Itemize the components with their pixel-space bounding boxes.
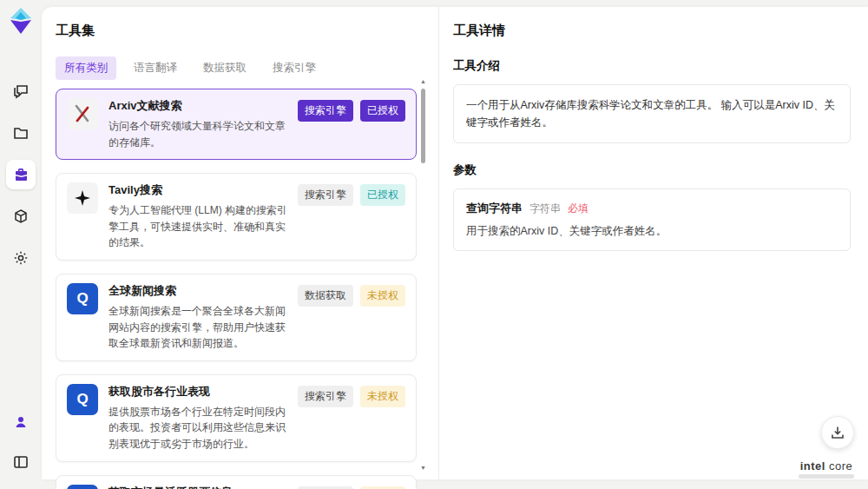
- scroll-up-icon[interactable]: ▲: [420, 78, 426, 84]
- tools-panel: 工具集 所有类别 语言翻译 数据获取 搜索引擎 A: [42, 7, 438, 479]
- download-icon: [830, 425, 845, 440]
- user-icon: [13, 414, 29, 430]
- sidebar-item-files[interactable]: [6, 118, 36, 148]
- param-type: 字符串: [529, 202, 561, 216]
- intel-core-badge: intel core: [799, 459, 854, 479]
- gear-icon: [12, 249, 30, 267]
- news-logo-icon: Q: [67, 485, 98, 489]
- param-required-badge: 必填: [568, 202, 589, 216]
- category-badge: 搜索引擎: [298, 386, 353, 407]
- sidebar-item-models[interactable]: [6, 202, 36, 231]
- intro-text: 一个用于从Arxiv存储库搜索科学论文和文章的工具。 输入可以是Arxiv ID…: [466, 96, 838, 131]
- scroll-down-icon[interactable]: ▼: [420, 465, 426, 471]
- tab-language-translation[interactable]: 语言翻译: [125, 56, 186, 80]
- cube-icon: [12, 208, 30, 225]
- panel-toggle-icon: [12, 453, 30, 471]
- param-name: 查询字符串: [466, 201, 523, 216]
- tool-name: Arxiv文献搜索: [108, 98, 287, 114]
- status-badge: 已授权: [360, 184, 405, 206]
- status-badge: 未授权: [360, 386, 405, 407]
- toolbox-icon: [12, 166, 30, 183]
- left-sidebar: [0, 0, 42, 489]
- category-badge: 搜索引擎: [298, 184, 353, 206]
- list-scrollbar[interactable]: ▲ ▼: [420, 78, 426, 471]
- tool-description: 全球新闻搜索是一个聚合全球各大新闻网站内容的搜索引擎，帮助用户快速获取全球最新资…: [108, 303, 287, 352]
- tool-card-global-news[interactable]: Q 全球新闻搜索 全球新闻搜索是一个聚合全球各大新闻网站内容的搜索引擎，帮助用户…: [56, 274, 417, 361]
- category-badge: 搜索引擎: [298, 100, 353, 122]
- brand-intel: intel: [800, 459, 825, 472]
- page-title: 工具集: [56, 23, 438, 39]
- tool-list: Arxiv文献搜索 访问各个研究领域大量科学论文和文章的存储库。 搜索引擎 已授…: [56, 89, 417, 489]
- tool-description: 专为人工智能代理 (LLM) 构建的搜索引擎工具，可快速提供实时、准确和真实的结…: [108, 202, 287, 251]
- app-window: 工具集 所有类别 语言翻译 数据获取 搜索引擎 A: [0, 0, 868, 489]
- tab-search-engine[interactable]: 搜索引擎: [264, 56, 325, 80]
- scroll-thumb[interactable]: [421, 89, 425, 163]
- sidebar-item-settings[interactable]: [6, 243, 36, 273]
- sidebar-item-chat[interactable]: [6, 76, 36, 106]
- tool-card-tavily[interactable]: Tavily搜索 专为人工智能代理 (LLM) 构建的搜索引擎工具，可快速提供实…: [56, 173, 417, 261]
- intro-box: 一个用于从Arxiv存储库搜索科学论文和文章的工具。 输入可以是Arxiv ID…: [453, 84, 851, 143]
- tool-description: 提供股票市场各个行业在特定时间段内的表现。投资者可以利用这些信息来识别表现优于或…: [108, 404, 287, 453]
- tool-name: 获取市场最活跃股票信息: [108, 485, 287, 489]
- parameter-box: 查询字符串 字符串 必填 用于搜索的Arxiv ID、关键字或作者姓名。: [453, 188, 851, 251]
- main-panel: 工具集 所有类别 语言翻译 数据获取 搜索引擎 A: [42, 7, 868, 479]
- tool-name: 获取股市各行业表现: [108, 384, 287, 400]
- chat-icon: [12, 83, 30, 100]
- param-description: 用于搜索的Arxiv ID、关键字或作者姓名。: [466, 224, 838, 239]
- tool-card-arxiv[interactable]: Arxiv文献搜索 访问各个研究领域大量科学论文和文章的存储库。 搜索引擎 已授…: [56, 89, 417, 160]
- category-tabs: 所有类别 语言翻译 数据获取 搜索引擎: [56, 56, 438, 80]
- category-badge: 搜索引擎: [298, 486, 353, 489]
- tool-details-panel: 工具详情 工具介绍 一个用于从Arxiv存储库搜索科学论文和文章的工具。 输入可…: [438, 7, 868, 479]
- status-badge: 未授权: [360, 486, 405, 489]
- arxiv-logo-icon: [67, 98, 98, 129]
- sidebar-item-collapse[interactable]: [6, 447, 36, 477]
- download-button[interactable]: [821, 416, 854, 449]
- tool-card-most-active-stocks[interactable]: Q 获取市场最活跃股票信息 提供当天交易量最高的股票列表，投资者可以利用这些信息…: [56, 475, 417, 489]
- folder-icon: [12, 124, 30, 142]
- sidebar-item-tools[interactable]: [6, 160, 36, 189]
- news-logo-icon: Q: [67, 283, 98, 314]
- tab-data-fetch[interactable]: 数据获取: [194, 56, 255, 80]
- status-badge: 已授权: [360, 100, 405, 122]
- news-logo-icon: Q: [67, 384, 98, 415]
- details-title: 工具详情: [453, 23, 851, 39]
- tool-description: 访问各个研究领域大量科学论文和文章的存储库。: [108, 118, 287, 150]
- brand-core: core: [825, 459, 852, 472]
- status-badge: 未授权: [360, 285, 405, 307]
- tool-card-sector-performance[interactable]: Q 获取股市各行业表现 提供股票市场各个行业在特定时间段内的表现。投资者可以利用…: [56, 374, 417, 462]
- params-heading: 参数: [453, 162, 851, 178]
- tavily-logo-icon: [67, 182, 98, 214]
- sidebar-item-account[interactable]: [6, 407, 36, 437]
- app-logo-icon: [8, 7, 34, 35]
- tool-name: 全球新闻搜索: [108, 283, 287, 299]
- brand-subline: [799, 474, 854, 479]
- tab-all-categories[interactable]: 所有类别: [56, 56, 116, 80]
- intro-heading: 工具介绍: [453, 58, 851, 74]
- tool-name: Tavily搜索: [108, 182, 287, 198]
- category-badge: 数据获取: [298, 285, 353, 307]
